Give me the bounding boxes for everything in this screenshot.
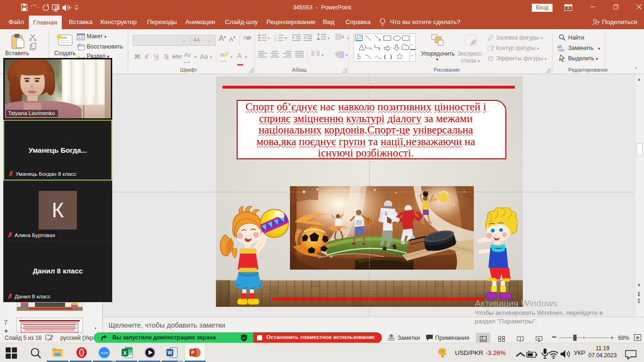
svg-text:P: P [191, 350, 195, 355]
svg-text:ac: ac [560, 48, 565, 52]
svg-text:W: W [167, 350, 172, 355]
svg-text:5: 5 [385, 211, 388, 216]
svg-text:A: A [341, 34, 345, 40]
svg-text:3: 3 [275, 39, 276, 41]
svg-text:A: A [356, 36, 359, 41]
svg-text:zoom: zoom [100, 351, 108, 354]
svg-text:X: X [123, 350, 127, 356]
